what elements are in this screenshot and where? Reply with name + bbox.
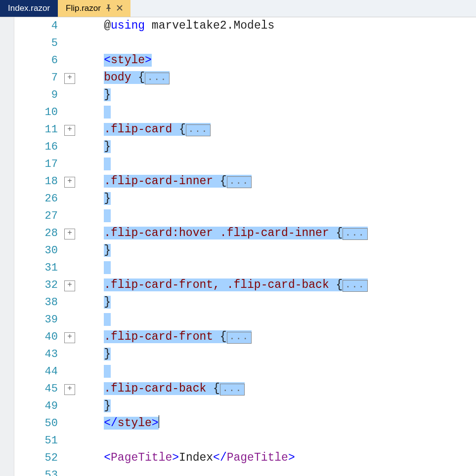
outline-spacer[interactable]: [63, 242, 77, 259]
code-line[interactable]: }: [77, 190, 476, 207]
code-line[interactable]: }: [77, 242, 476, 259]
outline-toggle[interactable]: +: [63, 380, 77, 397]
line-number: 31: [14, 259, 58, 277]
outline-toggle[interactable]: +: [63, 121, 77, 138]
expand-region-icon[interactable]: +: [64, 332, 75, 343]
code-line[interactable]: [77, 156, 476, 173]
outline-spacer[interactable]: [63, 346, 77, 363]
collapsed-region-icon[interactable]: ...: [343, 228, 367, 240]
code-line[interactable]: body {...: [77, 69, 476, 86]
code-line[interactable]: [77, 467, 476, 476]
outline-spacer[interactable]: [63, 104, 77, 121]
line-number: 39: [14, 311, 58, 328]
outline-spacer[interactable]: [63, 35, 77, 52]
code-line[interactable]: }: [77, 346, 476, 363]
code-line[interactable]: </style>: [77, 415, 476, 432]
code-line[interactable]: }: [77, 294, 476, 311]
line-number: 9: [14, 86, 58, 104]
collapsed-region-icon[interactable]: ...: [227, 332, 252, 344]
outline-spacer[interactable]: [63, 52, 77, 69]
outline-toggle[interactable]: +: [63, 225, 77, 242]
code-line[interactable]: [77, 432, 476, 449]
code-line[interactable]: [77, 104, 476, 121]
line-number: 40: [14, 328, 58, 346]
collapsed-region-icon[interactable]: ...: [186, 124, 211, 136]
outline-spacer[interactable]: [63, 415, 77, 432]
line-number: 16: [14, 138, 58, 156]
code-line[interactable]: .flip-card-inner {...: [77, 173, 476, 190]
code-line[interactable]: .flip-card-back {...: [77, 380, 476, 397]
line-number: 28: [14, 225, 58, 242]
expand-region-icon[interactable]: +: [64, 177, 75, 188]
collapsed-region-icon[interactable]: ...: [220, 384, 245, 396]
outline-toggle[interactable]: +: [63, 277, 77, 294]
line-number: 4: [14, 17, 58, 35]
line-number: 44: [14, 363, 58, 380]
outline-spacer[interactable]: [63, 449, 77, 467]
code-line[interactable]: .flip-card {...: [77, 121, 476, 138]
outline-spacer[interactable]: [63, 17, 77, 35]
collapsed-region-icon[interactable]: ...: [343, 280, 367, 292]
outline-toggle[interactable]: +: [63, 69, 77, 86]
outline-spacer[interactable]: [63, 467, 77, 476]
code-line[interactable]: .flip-card:hover .flip-card-inner {...: [77, 225, 476, 242]
line-number: 5: [14, 35, 58, 52]
expand-region-icon[interactable]: +: [64, 73, 75, 84]
breakpoint-margin[interactable]: [0, 17, 14, 476]
outline-column: +++++++: [63, 17, 77, 476]
line-number: 38: [14, 294, 58, 311]
code-line[interactable]: .flip-card-front {...: [77, 328, 476, 346]
code-line[interactable]: [77, 363, 476, 380]
line-number: 50: [14, 415, 58, 432]
line-number: 11: [14, 121, 58, 138]
outline-spacer[interactable]: [63, 138, 77, 156]
tab-flip-razor[interactable]: Flip.razor: [58, 0, 130, 17]
line-number: 6: [14, 52, 58, 69]
code-line[interactable]: <style>: [77, 52, 476, 69]
tab-bar: Index.razor Flip.razor: [0, 0, 476, 17]
expand-region-icon[interactable]: +: [64, 125, 75, 136]
code-line[interactable]: }: [77, 86, 476, 104]
line-number: 32: [14, 277, 58, 294]
outline-toggle[interactable]: +: [63, 173, 77, 190]
outline-toggle[interactable]: +: [63, 328, 77, 346]
outline-spacer[interactable]: [63, 432, 77, 449]
close-icon[interactable]: [117, 5, 123, 12]
expand-region-icon[interactable]: +: [64, 280, 75, 291]
outline-spacer[interactable]: [63, 311, 77, 328]
tab-label: Flip.razor: [66, 3, 101, 13]
line-number: 43: [14, 346, 58, 363]
line-number: 27: [14, 207, 58, 225]
collapsed-region-icon[interactable]: ...: [145, 73, 170, 84]
code-line[interactable]: }: [77, 138, 476, 156]
code-line[interactable]: [77, 35, 476, 52]
collapsed-region-icon[interactable]: ...: [227, 176, 252, 188]
code-line[interactable]: .flip-card-front, .flip-card-back {...: [77, 277, 476, 294]
pin-icon[interactable]: [106, 4, 112, 13]
expand-region-icon[interactable]: +: [64, 384, 75, 395]
line-number: 30: [14, 242, 58, 259]
outline-spacer[interactable]: [63, 190, 77, 207]
code-line[interactable]: [77, 311, 476, 328]
outline-spacer[interactable]: [63, 397, 77, 415]
code-line[interactable]: }: [77, 397, 476, 415]
code-line[interactable]: <PageTitle>Index</PageTitle>: [77, 449, 476, 467]
outline-spacer[interactable]: [63, 294, 77, 311]
line-number: 10: [14, 104, 58, 121]
outline-spacer[interactable]: [63, 363, 77, 380]
outline-spacer[interactable]: [63, 259, 77, 277]
line-number: 7: [14, 69, 58, 86]
outline-spacer[interactable]: [63, 86, 77, 104]
expand-region-icon[interactable]: +: [64, 229, 75, 239]
line-number: 53: [14, 467, 58, 476]
line-number: 52: [14, 449, 58, 467]
outline-spacer[interactable]: [63, 207, 77, 225]
code-area[interactable]: @using marveltake2.Models <style> body {…: [77, 17, 476, 476]
code-line[interactable]: [77, 207, 476, 225]
outline-spacer[interactable]: [63, 156, 77, 173]
code-line[interactable]: @using marveltake2.Models: [77, 17, 476, 35]
code-line[interactable]: [77, 259, 476, 277]
tab-index-razor[interactable]: Index.razor: [0, 0, 58, 17]
line-number-gutter: 4567910111617182627283031323839404344454…: [14, 17, 63, 476]
line-number: 49: [14, 397, 58, 415]
